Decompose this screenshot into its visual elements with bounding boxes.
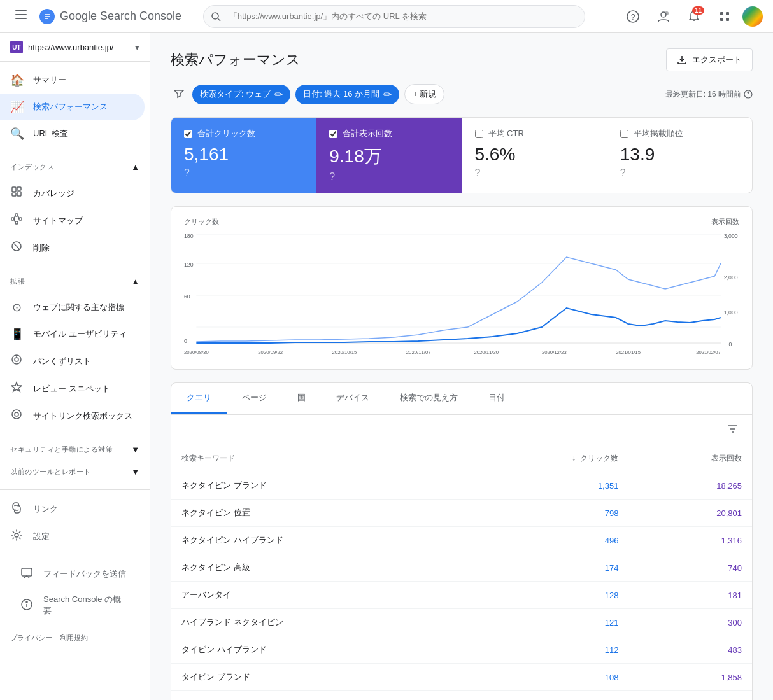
metric-total-clicks[interactable]: 合計クリック数 5,161 ? bbox=[171, 118, 316, 193]
tab-dates[interactable]: 日付 bbox=[473, 383, 520, 414]
table-row[interactable]: アーバンタイ 128 181 bbox=[171, 582, 752, 609]
security-section-title: セキュリティと手動による対策 bbox=[10, 445, 113, 454]
table-row[interactable]: ネクタイピン ハイブランド 496 1,316 bbox=[171, 527, 752, 554]
svg-text:1,000: 1,000 bbox=[724, 309, 738, 316]
sidebar-item-removal[interactable]: 削除 bbox=[0, 234, 145, 262]
sidebar-item-sitemap[interactable]: サイトマップ bbox=[0, 207, 145, 234]
clicks-cell: 174 bbox=[467, 554, 629, 582]
tools-section-title: 以前のツールとレポート bbox=[10, 467, 91, 477]
sidebar-item-review-snippets[interactable]: レビュー スニペット bbox=[0, 375, 145, 402]
review-snippets-icon bbox=[10, 381, 23, 396]
sidebar-item-search-performance[interactable]: 📈 検索パフォーマンス bbox=[0, 94, 145, 120]
filter-rows-icon[interactable] bbox=[724, 420, 742, 440]
sidebar-label-settings: 設定 bbox=[33, 531, 50, 542]
clicks-help-icon[interactable]: ? bbox=[184, 167, 303, 179]
sidebar-footer: リンク 設定 bbox=[0, 489, 150, 555]
table-row[interactable]: タイピン ブランド 108 1,858 bbox=[171, 664, 752, 691]
export-button[interactable]: エクスポート bbox=[666, 48, 753, 71]
ctr-help-icon[interactable]: ? bbox=[475, 167, 594, 179]
apps-button[interactable] bbox=[712, 4, 737, 29]
table-row[interactable]: ハイブランド ネクタイピン 121 300 bbox=[171, 609, 752, 636]
table-toolbar bbox=[171, 415, 752, 445]
svg-text:180: 180 bbox=[184, 233, 194, 239]
filter-icon[interactable] bbox=[171, 85, 187, 104]
table-row[interactable]: ネクタイピン ブランド 1,351 18,265 bbox=[171, 472, 752, 500]
keyword-cell: ネクタイピン ハイブランド bbox=[171, 527, 467, 554]
table-row[interactable]: ネクタイピン 位置 798 20,801 bbox=[171, 500, 752, 527]
svg-point-32 bbox=[15, 412, 18, 416]
sidebar-item-web-vitals[interactable]: ⊙ ウェブに関する主な指標 bbox=[0, 294, 145, 321]
links-icon bbox=[10, 501, 23, 516]
impressions-help-icon[interactable]: ? bbox=[329, 171, 448, 183]
svg-point-31 bbox=[12, 410, 21, 419]
table-row[interactable]: タイピン ハイブランド 112 483 bbox=[171, 636, 752, 664]
privacy-link[interactable]: プライバシー bbox=[10, 633, 52, 643]
sidebar-item-links[interactable]: リンク bbox=[0, 495, 150, 522]
terms-link[interactable]: 利用規約 bbox=[60, 633, 88, 643]
notifications-button[interactable]: 11 bbox=[681, 4, 707, 29]
sidebar-item-settings[interactable]: 設定 bbox=[0, 522, 150, 550]
position-help-icon[interactable]: ? bbox=[620, 167, 739, 179]
sidebar-item-breadcrumbs[interactable]: パンくずリスト bbox=[0, 347, 145, 375]
app-header: Google Search Console ? bbox=[0, 0, 773, 33]
svg-rect-34 bbox=[22, 568, 32, 576]
metric-total-impressions[interactable]: 合計表示回数 9.18万 ? bbox=[316, 118, 462, 193]
ctr-checkbox[interactable] bbox=[475, 130, 483, 138]
search-type-filter[interactable]: 検索タイプ: ウェブ ✏ bbox=[192, 85, 290, 104]
tab-pages[interactable]: ページ bbox=[227, 383, 282, 414]
svg-point-37 bbox=[26, 601, 27, 603]
index-section-header[interactable]: インデックス ▲ bbox=[10, 162, 139, 172]
sidebar-item-mobile[interactable]: 📱 モバイル ユーザビリティ bbox=[0, 321, 145, 347]
svg-rect-10 bbox=[720, 12, 723, 15]
sidebar-item-sitelinks[interactable]: サイトリンク検索ボックス bbox=[0, 402, 145, 430]
feedback-icon bbox=[20, 566, 33, 581]
sidebar-label-coverage: カバレッジ bbox=[33, 188, 74, 199]
svg-point-33 bbox=[15, 533, 18, 537]
svg-text:?: ? bbox=[631, 13, 635, 22]
tab-countries[interactable]: 国 bbox=[282, 383, 321, 414]
site-url: https://www.urbantie.jp/ bbox=[28, 43, 130, 52]
chart-y-left-label: クリック数 bbox=[184, 217, 219, 227]
svg-text:2020/10/15: 2020/10/15 bbox=[332, 349, 357, 355]
svg-rect-15 bbox=[12, 193, 16, 196]
site-selector[interactable]: UT https://www.urbantie.jp/ ▾ bbox=[0, 33, 150, 62]
sidebar-item-url-check[interactable]: 🔍 URL 検査 bbox=[0, 120, 145, 147]
col-clicks[interactable]: ↓ クリック数 bbox=[467, 445, 629, 472]
impressions-cell: 20,801 bbox=[628, 500, 752, 527]
url-check-icon: 🔍 bbox=[10, 127, 23, 141]
chart-svg: 180 120 60 0 3,000 2,000 1,000 0 bbox=[184, 232, 739, 359]
impressions-checkbox[interactable] bbox=[329, 130, 337, 138]
table-row[interactable]: ネクタイピン 高級 174 740 bbox=[171, 554, 752, 582]
add-filter-button[interactable]: + 新規 bbox=[404, 84, 444, 104]
svg-line-5 bbox=[218, 18, 220, 21]
enhancement-section-header[interactable]: 拡張 ▲ bbox=[10, 277, 139, 286]
metric-avg-ctr[interactable]: 平均 CTR 5.6% ? bbox=[462, 118, 607, 193]
user-avatar[interactable] bbox=[742, 6, 763, 27]
url-search-input[interactable] bbox=[203, 5, 585, 28]
tab-queries[interactable]: クエリ bbox=[171, 383, 227, 414]
tab-devices[interactable]: デバイス bbox=[321, 383, 385, 414]
date-filter[interactable]: 日付: 過去 16 か月間 ✏ bbox=[295, 85, 399, 104]
impressions-cell: 1,316 bbox=[628, 527, 752, 554]
clicks-checkbox[interactable] bbox=[184, 130, 192, 138]
feedback-button[interactable]: フィードバックを送信 bbox=[10, 560, 139, 587]
metric-avg-position[interactable]: 平均掲載順位 13.9 ? bbox=[607, 118, 752, 193]
sidebar-item-summary[interactable]: 🏠 サマリー bbox=[0, 67, 145, 94]
svg-rect-17 bbox=[17, 192, 21, 196]
about-button[interactable]: Search Console の概要 bbox=[10, 587, 139, 623]
impressions-cell: 740 bbox=[628, 554, 752, 582]
sidebar-item-coverage[interactable]: カバレッジ bbox=[0, 179, 145, 207]
sidebar-label-mobile: モバイル ユーザビリティ bbox=[33, 328, 127, 340]
tools-section-header[interactable]: 以前のツールとレポート ▼ bbox=[10, 467, 139, 477]
security-section-header[interactable]: セキュリティと手動による対策 ▼ bbox=[10, 445, 139, 454]
help-button[interactable]: ? bbox=[620, 4, 646, 29]
manage-property-button[interactable] bbox=[651, 4, 676, 29]
position-checkbox[interactable] bbox=[620, 130, 628, 138]
svg-text:2020/11/07: 2020/11/07 bbox=[406, 349, 431, 355]
menu-icon[interactable] bbox=[10, 4, 32, 29]
table-row[interactable]: ネクタイピン 付け方 75 2,802 bbox=[171, 691, 752, 701]
tab-search-appearance[interactable]: 検索での見え方 bbox=[385, 383, 473, 414]
position-checkbox-row: 平均掲載順位 bbox=[620, 128, 739, 139]
svg-line-26 bbox=[14, 244, 19, 249]
svg-text:60: 60 bbox=[184, 293, 190, 300]
